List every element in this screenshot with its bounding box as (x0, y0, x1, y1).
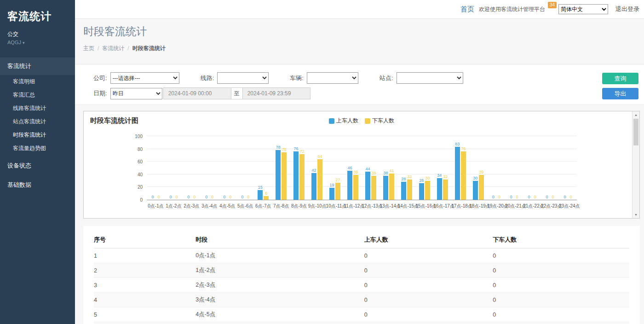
user-dropdown[interactable]: AQGJ▾ (0, 38, 75, 46)
filter-row-1: 公司: ---请选择--- 线路: 车辆: 站点: (93, 72, 644, 84)
legend-label: 下车人数 (372, 117, 394, 125)
bar-stack: 27 (335, 178, 340, 200)
bar-value-label: 0 (193, 195, 196, 199)
bar-group: 4639 (344, 136, 362, 200)
bar-value-label: 0 (546, 195, 548, 199)
breadcrumb: 主页/客流统计/时段客流统计 (83, 45, 644, 64)
line-label: 线路: (201, 74, 214, 82)
bar-group: 00 (559, 136, 577, 200)
bar-value-label: 15 (258, 185, 263, 190)
x-axis-label: 13点-14点 (380, 203, 397, 209)
bar-stack: 0 (563, 195, 568, 200)
export-button[interactable]: 导出 (602, 88, 638, 99)
sidebar-item[interactable]: 客流汇总 (0, 88, 75, 102)
bar-value-label: 42 (312, 168, 316, 173)
x-axis-label: 21点-22点 (523, 203, 541, 209)
legend-item[interactable]: 上车人数 (329, 117, 358, 125)
x-axis-label: 17点-18点 (451, 203, 469, 209)
table-cell: 0 (364, 249, 493, 263)
bar-value-label: 0 (205, 195, 207, 199)
bar-value-label: 30 (425, 176, 430, 180)
sidebar-section-3[interactable]: 基础数据 (0, 176, 75, 194)
table-cell: 5 (94, 307, 196, 322)
table-cell: 0 (493, 293, 629, 307)
table-cell: 0 (364, 263, 493, 278)
home-link[interactable]: 首页 (460, 5, 474, 14)
x-axis-label: 1点-2点 (165, 203, 183, 209)
scroll-down-icon[interactable]: ▼ (632, 211, 639, 218)
date-start-input[interactable] (163, 87, 231, 99)
table-cell: 0 (493, 263, 629, 278)
logout-link[interactable]: 退出登录 (615, 5, 639, 13)
query-button[interactable]: 查询 (602, 73, 638, 84)
x-axis-label: 9点-10点 (308, 203, 326, 209)
bar (401, 182, 406, 200)
table-row: 10点-1点00 (94, 249, 629, 263)
bar-group: 7672 (290, 136, 308, 200)
x-axis-label: 8点-9点 (290, 203, 308, 209)
sidebar-section-2[interactable]: 设备状态 (0, 157, 75, 174)
scroll-thumb[interactable] (633, 119, 638, 145)
page-title: 时段客流统计 (83, 24, 644, 39)
y-axis-tick-label: 80 (138, 147, 143, 152)
scroll-up-icon[interactable]: ▲ (632, 111, 639, 118)
bar (371, 176, 376, 200)
bar-value-label: 0 (241, 195, 243, 199)
x-axis-label: 15点-16点 (415, 203, 433, 209)
table-row: 65点-6点00 (94, 322, 629, 324)
bar-value-label: 64 (318, 154, 322, 159)
breadcrumb-item[interactable]: 客流统计 (102, 45, 124, 52)
bar-stack: 0 (210, 195, 215, 200)
table-cell: 0 (364, 307, 493, 322)
bar-value-label: 38 (371, 171, 376, 175)
bar (461, 151, 466, 200)
sidebar-item[interactable]: 客流量趋势图 (0, 142, 75, 155)
sidebar-item[interactable]: 客流明细 (0, 75, 75, 88)
bar-stack: 75 (282, 147, 287, 200)
language-select[interactable]: 简体中文 (558, 4, 608, 14)
bar-value-label: 27 (336, 178, 340, 182)
chart-scrollbar[interactable]: ▲ ▼ (632, 111, 639, 218)
bar-value-label: 0 (229, 195, 231, 199)
x-axis-label: 5点-6点 (236, 203, 254, 209)
line-select[interactable] (217, 72, 269, 84)
station-select[interactable] (397, 72, 463, 84)
notification-badge[interactable]: 34 (548, 2, 557, 8)
bar-stack: 76 (293, 146, 299, 200)
vehicle-select[interactable] (307, 72, 358, 84)
breadcrumb-item[interactable]: 主页 (83, 45, 94, 52)
table-cell: 0 (364, 293, 493, 307)
x-axis-label: 2点-3点 (183, 203, 201, 209)
legend-item[interactable]: 下车人数 (365, 117, 394, 125)
sidebar: 客流统计 公交 AQGJ▾ 客流统计客流明细客流汇总线路客流统计站点客流统计时段… (0, 0, 75, 324)
date-preset-select[interactable]: 昨日 (110, 88, 162, 99)
bar-stack: 0 (551, 195, 556, 200)
chart-xlabels: 0点-1点1点-2点2点-3点3点-4点4点-5点5点-6点6点-7点7点-8点… (147, 203, 577, 209)
table-cell: 6 (94, 322, 196, 324)
sidebar-item[interactable]: 时段客流统计 (0, 128, 75, 142)
bar-stack: 26 (419, 178, 424, 200)
company-select[interactable]: ---请选择--- (110, 72, 179, 84)
x-axis-label: 7点-8点 (272, 203, 290, 209)
x-axis-label: 3点-4点 (201, 203, 218, 209)
date-end-input[interactable] (242, 87, 310, 99)
data-table: 序号时段上车人数下车人数 10点-1点0021点-2点0032点-3点0043点… (94, 231, 629, 324)
sidebar-item[interactable]: 线路客流统计 (0, 102, 75, 115)
bar-stack: 0 (186, 195, 191, 200)
sidebar-section-1[interactable]: 客流统计 (0, 58, 75, 75)
bar-value-label: 39 (479, 170, 483, 174)
company-label: 公司: (93, 74, 107, 82)
bar-stack: 32 (407, 174, 412, 200)
x-axis-label: 19点-20点 (487, 203, 505, 209)
bar-group: 00 (505, 136, 523, 200)
bar-value-label: 34 (437, 173, 442, 178)
breadcrumb-separator: / (98, 45, 99, 52)
date-label: 日期: (93, 89, 107, 98)
bar (329, 188, 334, 200)
bar (293, 151, 299, 200)
app-title: 客流统计 (0, 0, 75, 23)
x-axis-label: 11点-12点 (344, 203, 362, 209)
user-name: AQGJ (7, 40, 21, 45)
sidebar-item[interactable]: 站点客流统计 (0, 115, 75, 128)
bar-stack: 72 (299, 149, 305, 200)
